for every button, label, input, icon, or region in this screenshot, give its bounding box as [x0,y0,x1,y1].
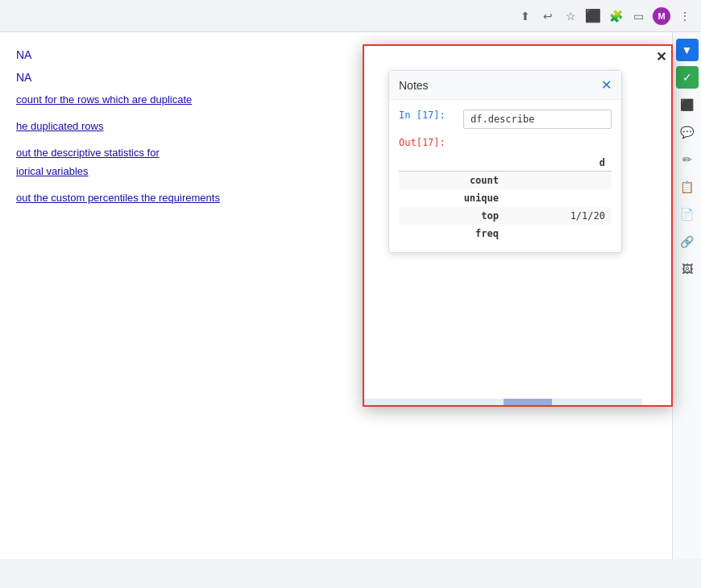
popup-close-button[interactable]: ✕ [656,49,666,64]
table-row: count [399,172,612,190]
menu-icon[interactable]: ⋮ [677,8,693,24]
table-row: unique [399,189,612,207]
notes-close-button[interactable]: ✕ [601,77,612,93]
row-value-freq [505,225,612,242]
table-header-empty [399,155,505,172]
split-view-icon[interactable]: ▭ [630,8,646,24]
image-icon[interactable]: 🖼 [676,258,699,280]
cell-in-label: In [17]: [399,110,463,121]
bookmark-icon[interactable]: ☆ [562,8,579,24]
notes-panel: Notes ✕ In [17]: df.describe Out[17]: d [388,70,622,253]
row-value-count [505,172,612,190]
output-table: d count unique top 1/1/20 [399,155,612,242]
chrome-toolbar: ⬆ ↩ ☆ ⬛ 🧩 ▭ M ⋮ [0,0,701,32]
chat-icon[interactable]: 💬 [676,121,699,143]
link-icon[interactable]: 🔗 [676,230,699,253]
pencil-icon[interactable]: ✏ [676,148,699,171]
row-value-unique [505,189,612,207]
notes-title: Notes [399,79,429,92]
scrollbar-thumb[interactable] [504,399,552,405]
list-icon[interactable]: 📋 [676,176,699,198]
table-row: top 1/1/20 [399,207,612,225]
code-cell: In [17]: df.describe Out[17]: d count [389,100,621,252]
row-value-top: 1/1/20 [505,207,612,225]
row-label-count: count [399,172,505,190]
horizontal-scrollbar[interactable] [364,399,642,405]
notes-header: Notes ✕ [389,71,621,100]
upload-icon[interactable]: ⬆ [517,8,533,24]
right-sidebar: ▼ ✓ ⬛ 💬 ✏ 📋 📄 🔗 🖼 [672,32,701,559]
table-row: freq [399,225,612,242]
user-avatar[interactable]: M [653,7,670,25]
row-label-unique: unique [399,189,505,207]
extension-red-icon[interactable]: ⬛ [585,8,601,24]
document-icon[interactable]: 📄 [676,203,699,226]
popup-overlay: ✕ Notes ✕ In [17]: df.describe Out[17]: … [363,44,673,407]
puzzle-icon[interactable]: 🧩 [608,8,624,24]
filter-icon[interactable]: ▼ [676,39,699,61]
cell-code-content[interactable]: df.describe [463,110,612,129]
row-label-freq: freq [399,225,505,242]
share-icon[interactable]: ↩ [540,8,556,24]
check-icon[interactable]: ✓ [676,66,699,89]
cell-input: In [17]: df.describe [399,110,612,129]
cell-out-label: Out[17]: [399,137,612,148]
table-header-d: d [505,155,612,172]
red-icon[interactable]: ⬛ [676,93,699,116]
row-label-top: top [399,207,505,225]
